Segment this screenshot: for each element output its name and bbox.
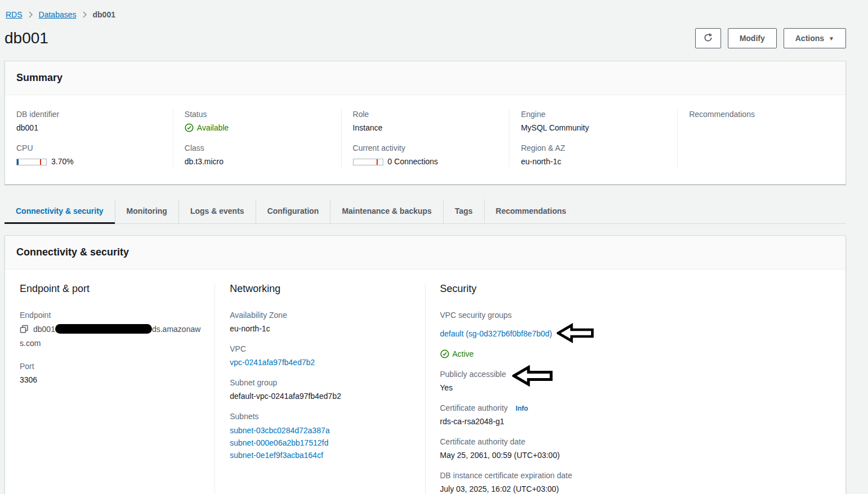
page-header: db001 Modify Actions ▼ bbox=[5, 28, 846, 48]
endpoint-port-section: Endpoint & port Endpoint db001ds.amazona… bbox=[5, 283, 215, 494]
region-az-label: Region & AZ bbox=[521, 143, 666, 152]
tab-tags[interactable]: Tags bbox=[443, 199, 484, 224]
engine-value: MySQL Community bbox=[521, 122, 666, 133]
summary-col-recommendations: Recommendations bbox=[677, 110, 845, 167]
publicly-accessible-label: Publicly accessible bbox=[440, 370, 831, 379]
cert-expiration-date-label: DB instance certificate expiration date bbox=[440, 471, 831, 480]
connections-bar bbox=[353, 159, 383, 165]
recommendations-label: Recommendations bbox=[689, 110, 834, 119]
subnets-label: Subnets bbox=[230, 412, 410, 421]
annotation-arrow-left-icon bbox=[512, 365, 553, 388]
vpc-label: VPC bbox=[230, 344, 410, 353]
actions-button[interactable]: Actions ▼ bbox=[784, 28, 846, 48]
refresh-icon bbox=[703, 33, 713, 44]
db-identifier-value: db001 bbox=[16, 122, 162, 133]
vpc-security-groups-label: VPC security groups bbox=[440, 311, 831, 320]
availability-zone-label: Availability Zone bbox=[230, 311, 410, 320]
status-value: Available bbox=[185, 122, 330, 133]
cpu-label: CPU bbox=[16, 143, 162, 152]
breadcrumb-rds-link[interactable]: RDS bbox=[6, 10, 23, 19]
networking-section: Networking Availability Zone eu-north-1c… bbox=[215, 283, 425, 494]
subnet-link[interactable]: subnet-03cbc0284d72a387a bbox=[230, 424, 410, 437]
annotation-arrow-left-icon bbox=[557, 323, 594, 346]
connectivity-panel-title: Connectivity & security bbox=[5, 236, 845, 270]
breadcrumb-current: db001 bbox=[93, 10, 115, 19]
port-value: 3306 bbox=[20, 374, 207, 385]
status-label: Status bbox=[185, 110, 330, 119]
detail-tabs: Connectivity & security Monitoring Logs … bbox=[5, 199, 846, 224]
page-title: db001 bbox=[5, 29, 48, 47]
summary-body: DB identifier db001 CPU 3.70% Status bbox=[5, 95, 845, 184]
publicly-accessible-value: Yes bbox=[440, 382, 831, 393]
role-label: Role bbox=[353, 110, 498, 119]
refresh-button[interactable] bbox=[695, 28, 721, 48]
tab-recommendations[interactable]: Recommendations bbox=[484, 199, 578, 224]
subnet-group-label: Subnet group bbox=[230, 378, 410, 387]
endpoint-value: db001ds.amazonaw s.com bbox=[20, 323, 207, 349]
check-circle-icon bbox=[440, 349, 449, 358]
certificate-authority-label: Certificate authorityInfo bbox=[440, 403, 831, 412]
chevron-right-icon bbox=[82, 11, 87, 18]
summary-col-identifier: DB identifier db001 CPU 3.70% bbox=[5, 110, 173, 167]
certificate-authority-value: rds-ca-rsa2048-g1 bbox=[440, 416, 831, 427]
endpoint-label: Endpoint bbox=[20, 311, 207, 320]
security-section: Security VPC security groups default (sg… bbox=[426, 283, 846, 494]
actions-button-label: Actions bbox=[795, 34, 824, 43]
breadcrumb-databases-link[interactable]: Databases bbox=[39, 10, 77, 19]
security-title: Security bbox=[440, 283, 831, 295]
cpu-usage-bar bbox=[16, 159, 47, 165]
region-az-value: eu-north-1c bbox=[521, 156, 666, 167]
summary-col-status: Status Available Class db.t3.micro bbox=[173, 110, 341, 167]
subnet-link[interactable]: subnet-0e1ef9f3acba164cf bbox=[230, 449, 410, 461]
chevron-right-icon bbox=[28, 11, 33, 18]
class-label: Class bbox=[185, 143, 330, 152]
availability-zone-value: eu-north-1c bbox=[230, 323, 410, 334]
modify-button-label: Modify bbox=[740, 34, 765, 43]
vpc-link[interactable]: vpc-0241afa97fb4ed7b2 bbox=[230, 358, 315, 367]
cpu-value: 3.70% bbox=[16, 156, 162, 167]
certificate-authority-date-value: May 25, 2061, 00:59 (UTC+03:00) bbox=[440, 450, 831, 461]
summary-panel: Summary DB identifier db001 CPU 3.70% St… bbox=[5, 61, 846, 185]
copy-icon[interactable] bbox=[20, 325, 29, 337]
check-circle-icon bbox=[185, 123, 194, 132]
db-identifier-label: DB identifier bbox=[16, 110, 162, 119]
certificate-authority-info-link[interactable]: Info bbox=[516, 405, 528, 412]
breadcrumb: RDS Databases db001 bbox=[0, 0, 868, 19]
endpoint-port-title: Endpoint & port bbox=[20, 283, 207, 295]
tab-monitoring[interactable]: Monitoring bbox=[115, 199, 178, 224]
cert-expiration-date-value: July 03, 2025, 16:02 (UTC+03:00) bbox=[440, 483, 831, 494]
tab-connectivity-security[interactable]: Connectivity & security bbox=[5, 199, 115, 224]
security-group-link[interactable]: default (sg-0d327b6f0bf8e7b0d) bbox=[440, 329, 552, 338]
summary-col-role: Role Instance Current activity 0 Connect… bbox=[341, 110, 509, 167]
rds-database-detail-page: RDS Databases db001 db001 Modify bbox=[0, 0, 868, 494]
summary-title: Summary bbox=[5, 61, 845, 95]
subnet-link[interactable]: subnet-000e06a2bb17512fd bbox=[230, 437, 410, 449]
tab-logs-events[interactable]: Logs & events bbox=[178, 199, 256, 224]
current-activity-label: Current activity bbox=[353, 143, 498, 152]
role-value: Instance bbox=[353, 122, 498, 133]
modify-button[interactable]: Modify bbox=[728, 28, 777, 48]
header-actions: Modify Actions ▼ bbox=[695, 28, 846, 48]
class-value: db.t3.micro bbox=[185, 156, 330, 167]
tab-configuration[interactable]: Configuration bbox=[256, 199, 330, 224]
current-activity-value: 0 Connections bbox=[353, 156, 498, 167]
subnet-group-value: default-vpc-0241afa97fb4ed7b2 bbox=[230, 390, 410, 402]
security-group-status: Active bbox=[440, 348, 831, 360]
redacted-endpoint-bar bbox=[55, 324, 152, 334]
engine-label: Engine bbox=[521, 110, 666, 119]
networking-title: Networking bbox=[230, 283, 410, 295]
certificate-authority-date-label: Certificate authority date bbox=[440, 437, 831, 446]
connectivity-panel: Connectivity & security Endpoint & port … bbox=[5, 235, 846, 494]
connectivity-body: Endpoint & port Endpoint db001ds.amazona… bbox=[5, 270, 845, 494]
summary-col-engine: Engine MySQL Community Region & AZ eu-no… bbox=[509, 110, 677, 167]
port-label: Port bbox=[20, 362, 207, 371]
tab-maintenance-backups[interactable]: Maintenance & backups bbox=[330, 199, 443, 224]
caret-down-icon: ▼ bbox=[829, 35, 834, 42]
